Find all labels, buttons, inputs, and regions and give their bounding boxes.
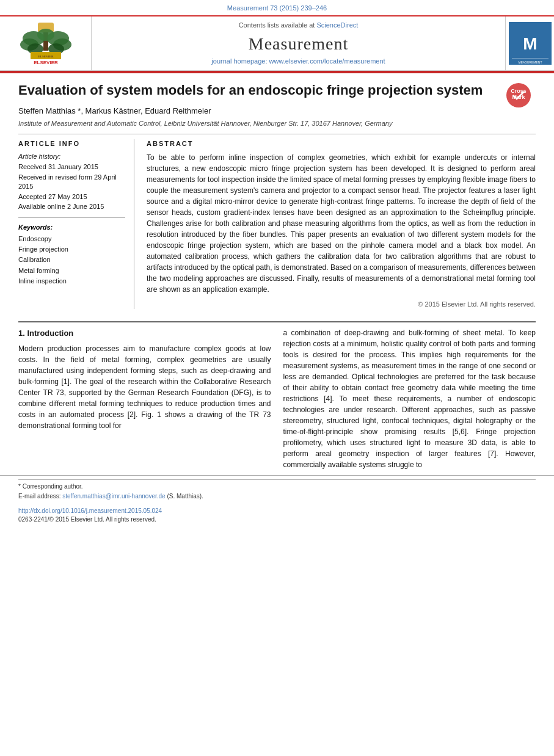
header-center: Contents lists available at ScienceDirec… <box>92 16 505 70</box>
email-suffix: (S. Matthias). <box>167 493 203 500</box>
homepage-url[interactable]: www.elsevier.com/locate/measurement <box>269 57 385 65</box>
abstract-heading: ABSTRACT <box>147 139 536 148</box>
history-label: Article history: <box>18 152 125 161</box>
received-date: Received 31 January 2015 <box>18 162 125 172</box>
contents-available-text: Contents lists available at <box>239 21 315 29</box>
section-divider <box>18 321 536 322</box>
measurement-icon: M MEASUREMENT <box>509 22 552 65</box>
separator-line <box>18 134 536 134</box>
revised-date: Received in revised form 29 April 2015 <box>18 173 125 192</box>
crossmark-badge[interactable]: Cross Mark <box>499 82 536 112</box>
elsevier-logo-svg: ELSEVIER ELSEVIER <box>12 21 79 65</box>
body-content: 1. Introduction Modern production proces… <box>0 327 554 475</box>
intro-para-1-text: Modern production processes aim to manuf… <box>18 344 271 430</box>
doi-line: Measurement 73 (2015) 239–246 <box>0 0 554 15</box>
svg-text:ELSEVIER: ELSEVIER <box>34 60 58 65</box>
keyword-metal: Metal forming <box>18 266 125 275</box>
keywords-separator <box>18 217 125 218</box>
email-line: E-mail address: steffen.matthias@imr.uni… <box>18 492 536 501</box>
crossmark-icon: Cross Mark <box>502 82 536 109</box>
article-info-abstract: ARTICLE INFO Article history: Received 3… <box>18 139 536 310</box>
affiliation: Institute of Measurement and Automatic C… <box>18 119 536 128</box>
footer-issn: 0263-2241/© 2015 Elsevier Ltd. All right… <box>18 516 156 523</box>
doi-text: Measurement 73 (2015) 239–246 <box>227 4 327 12</box>
article-info-col: ARTICLE INFO Article history: Received 3… <box>18 139 134 310</box>
keyword-endoscopy: Endoscopy <box>18 234 125 244</box>
intro-para-right-text: a combination of deep-drawing and bulk-f… <box>283 329 536 469</box>
keywords-label: Keywords: <box>18 223 125 232</box>
footnote-area: * Corresponding author. E-mail address: … <box>0 475 554 504</box>
authors-text: Steffen Matthias *, Markus Kästner, Edua… <box>18 106 211 115</box>
intro-heading: 1. Introduction <box>18 327 271 340</box>
intro-number: 1. <box>18 329 25 338</box>
footer-doi[interactable]: http://dx.doi.org/10.1016/j.measurement.… <box>18 507 162 514</box>
homepage-label: journal homepage: <box>211 57 267 65</box>
svg-text:ELSEVIER: ELSEVIER <box>38 55 54 58</box>
sciencedirect-link[interactable]: ScienceDirect <box>316 21 358 29</box>
affiliation-text: Institute of Measurement and Automatic C… <box>18 120 392 127</box>
footer-links: http://dx.doi.org/10.1016/j.measurement.… <box>0 504 554 526</box>
body-right-col: a combination of deep-drawing and bulk-f… <box>283 327 536 475</box>
elsevier-logo-area: ELSEVIER ELSEVIER <box>0 16 92 70</box>
authors: Steffen Matthias *, Markus Kästner, Edua… <box>18 106 536 117</box>
copyright-line: © 2015 Elsevier Ltd. All rights reserved… <box>147 300 536 309</box>
body-left-col: 1. Introduction Modern production proces… <box>18 327 271 475</box>
abstract-text: To be able to perform inline inspection … <box>147 152 536 295</box>
svg-text:Cross: Cross <box>511 88 527 94</box>
journal-homepage: journal homepage: www.elsevier.com/locat… <box>211 57 385 66</box>
svg-text:MEASUREMENT: MEASUREMENT <box>518 60 542 64</box>
keyword-inline: Inline inspection <box>18 277 125 286</box>
article-title-container: Evaluation of system models for an endos… <box>18 82 536 100</box>
corresponding-author-label: * Corresponding author. <box>18 482 536 491</box>
footnote-line-separator <box>18 479 536 480</box>
email-label: E-mail address: <box>18 493 60 500</box>
main-content: Evaluation of system models for an endos… <box>0 73 554 315</box>
header-right: M MEASUREMENT <box>505 16 554 70</box>
accepted-date: Accepted 27 May 2015 <box>18 192 125 202</box>
intro-paragraph-right: a combination of deep-drawing and bulk-f… <box>283 327 536 470</box>
svg-text:M: M <box>523 34 537 53</box>
elsevier-logo: ELSEVIER ELSEVIER <box>12 21 79 65</box>
article-title: Evaluation of system models for an endos… <box>18 82 483 98</box>
sciencedirect-line: Contents lists available at ScienceDirec… <box>239 21 359 30</box>
keyword-calibration: Calibration <box>18 255 125 264</box>
page: Measurement 73 (2015) 239–246 <box>0 0 554 756</box>
journal-name: Measurement <box>249 32 348 56</box>
keyword-fringe: Fringe projection <box>18 245 125 254</box>
article-info-heading: ARTICLE INFO <box>18 139 125 148</box>
email-address[interactable]: steffen.matthias@imr.uni-hannover.de <box>62 493 165 500</box>
svg-point-9 <box>37 29 54 41</box>
intro-title: Introduction <box>27 329 73 338</box>
journal-header: ELSEVIER ELSEVIER Contents lists availab… <box>0 15 554 71</box>
keywords-section: Keywords: Endoscopy Fringe projection Ca… <box>18 223 125 286</box>
article-history: Article history: Received 31 January 201… <box>18 152 125 211</box>
intro-paragraph-1: Modern production processes aim to manuf… <box>18 343 271 431</box>
available-date: Available online 2 June 2015 <box>18 202 125 211</box>
abstract-col: ABSTRACT To be able to perform inline in… <box>147 139 536 310</box>
